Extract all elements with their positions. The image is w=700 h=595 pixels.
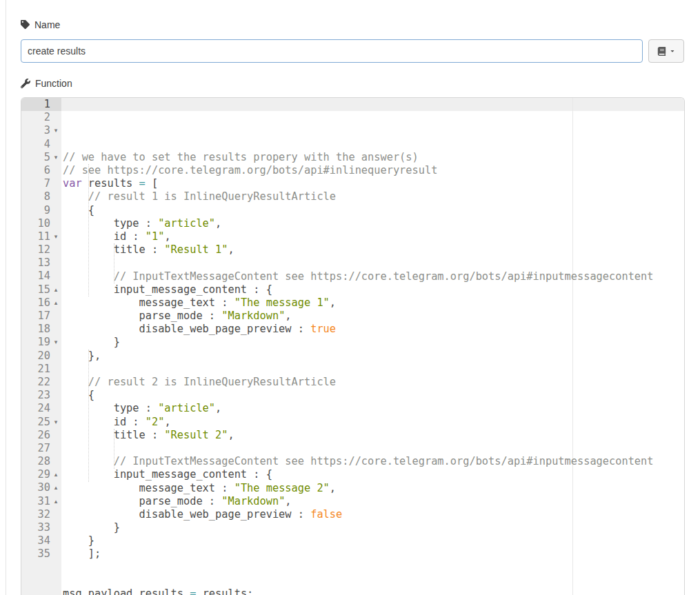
gutter-line: 17: [21, 310, 61, 323]
fold-widget-icon[interactable]: ▴: [50, 495, 61, 508]
code-line[interactable]: type : "article",: [63, 217, 684, 230]
gutter-line: 18: [21, 323, 61, 336]
gutter-line: 21: [21, 363, 61, 376]
code-line[interactable]: }: [63, 521, 684, 534]
code-line[interactable]: {: [63, 389, 684, 402]
editor-code-area[interactable]: // we have to set the results propery wi…: [61, 98, 684, 595]
gutter-line: 9: [21, 204, 61, 217]
code-line[interactable]: disable_web_page_preview : false: [63, 508, 684, 521]
line-number: 5: [21, 151, 50, 164]
line-number: 2: [21, 111, 50, 124]
gutter-line: 35: [21, 547, 61, 561]
code-line[interactable]: msg.payload.results = results;: [63, 587, 684, 595]
code-line[interactable]: [63, 442, 684, 455]
code-line[interactable]: id : "2",: [63, 416, 684, 429]
gutter-line: 31▴: [21, 495, 61, 508]
gutter-line: 1: [21, 98, 61, 111]
book-icon: [657, 47, 666, 56]
fold-widget-icon[interactable]: ▾: [50, 230, 61, 243]
line-number: 14: [21, 270, 50, 283]
line-number: 29: [21, 468, 50, 481]
line-number: 22: [21, 376, 50, 389]
code-line[interactable]: // see https://core.telegram.org/bots/ap…: [63, 164, 684, 177]
code-line[interactable]: message_text : "The message 1",: [63, 296, 684, 310]
code-line[interactable]: input_message_content : {: [63, 468, 684, 481]
fold-widget-icon[interactable]: ▾: [50, 336, 61, 349]
gutter-line: 8: [21, 190, 61, 203]
code-line[interactable]: var results = [: [63, 177, 684, 190]
code-line[interactable]: [63, 574, 684, 587]
tag-icon: [21, 20, 30, 29]
gutter-line: 30▴: [21, 481, 61, 494]
line-number: 21: [21, 363, 50, 376]
line-number: 1: [21, 98, 50, 111]
line-number: 28: [21, 455, 50, 468]
gutter-line: 10: [21, 217, 61, 230]
code-line[interactable]: [63, 363, 684, 376]
line-number: 32: [21, 508, 50, 521]
code-line[interactable]: id : "1",: [63, 230, 684, 243]
line-number: 23: [21, 389, 50, 402]
line-number: 25: [21, 416, 50, 429]
line-number: 17: [21, 310, 50, 323]
line-number: 33: [21, 521, 50, 534]
gutter-line: 11▾: [21, 230, 61, 243]
name-input[interactable]: [21, 39, 643, 63]
gutter-line: 4: [21, 138, 61, 151]
tray-left-border: [6, 0, 6, 595]
gutter-line: 16▴: [21, 296, 61, 310]
code-line[interactable]: parse_mode : "Markdown",: [63, 495, 684, 508]
fold-widget-icon[interactable]: ▴: [50, 283, 61, 296]
editor-code-lines: // we have to set the results propery wi…: [63, 151, 684, 595]
line-number: 15: [21, 283, 50, 296]
code-line[interactable]: disable_web_page_preview : true: [63, 323, 684, 336]
code-line[interactable]: }: [63, 534, 684, 547]
code-line[interactable]: [63, 561, 684, 574]
line-number: 9: [21, 204, 50, 217]
node-edit-form: Name Function 123▾45▾67891011▾12131415▴1…: [21, 0, 685, 595]
line-number: 24: [21, 402, 50, 415]
code-line[interactable]: {: [63, 204, 684, 217]
function-code-editor[interactable]: 123▾45▾67891011▾12131415▴16▴171819▾20212…: [21, 97, 685, 595]
code-line[interactable]: [63, 256, 684, 270]
fold-widget-icon[interactable]: ▾: [50, 416, 61, 429]
code-line[interactable]: title : "Result 1",: [63, 243, 684, 256]
gutter-line: 15▴: [21, 283, 61, 296]
gutter-line: 3▾: [21, 124, 61, 137]
line-number: 4: [21, 138, 50, 151]
code-line[interactable]: // result 1 is InlineQueryResultArticle: [63, 190, 684, 203]
code-line[interactable]: // result 2 is InlineQueryResultArticle: [63, 376, 684, 389]
function-field-label-row: Function: [21, 77, 685, 89]
code-line[interactable]: parse_mode : "Markdown",: [63, 310, 684, 323]
fold-widget-icon[interactable]: ▴: [50, 296, 61, 310]
fold-widget-icon[interactable]: ▴: [50, 468, 61, 481]
fold-widget-icon[interactable]: ▾: [50, 124, 61, 137]
code-line[interactable]: type : "article",: [63, 402, 684, 415]
gutter-line: 33: [21, 521, 61, 534]
line-number: 19: [21, 336, 50, 349]
fold-widget-icon[interactable]: ▴: [50, 481, 61, 494]
library-button[interactable]: [648, 39, 684, 63]
code-line[interactable]: input_message_content : {: [63, 283, 684, 296]
code-line[interactable]: message_text : "The message 2",: [63, 482, 684, 495]
name-field-label-row: Name: [21, 0, 685, 30]
line-number: 34: [21, 534, 50, 547]
code-line[interactable]: ];: [63, 547, 684, 561]
line-number: 16: [21, 296, 50, 310]
line-number: 20: [21, 350, 50, 363]
code-line[interactable]: },: [63, 350, 684, 363]
gutter-line: 5▾: [21, 151, 61, 164]
code-line[interactable]: // InputTextMessageContent see https://c…: [63, 270, 684, 283]
gutter-line: 34: [21, 534, 61, 547]
name-field-label: Name: [34, 19, 60, 30]
code-line[interactable]: title : "Result 2",: [63, 429, 684, 442]
gutter-line: 27: [21, 442, 61, 455]
gutter-line: 24: [21, 402, 61, 415]
code-line[interactable]: // InputTextMessageContent see https://c…: [63, 455, 684, 468]
code-line[interactable]: }: [63, 336, 684, 349]
gutter-line: 2: [21, 111, 61, 124]
fold-widget-icon[interactable]: ▾: [50, 151, 61, 164]
line-number: 30: [21, 481, 50, 494]
code-line[interactable]: // we have to set the results propery wi…: [63, 151, 684, 164]
gutter-line: 20: [21, 350, 61, 363]
